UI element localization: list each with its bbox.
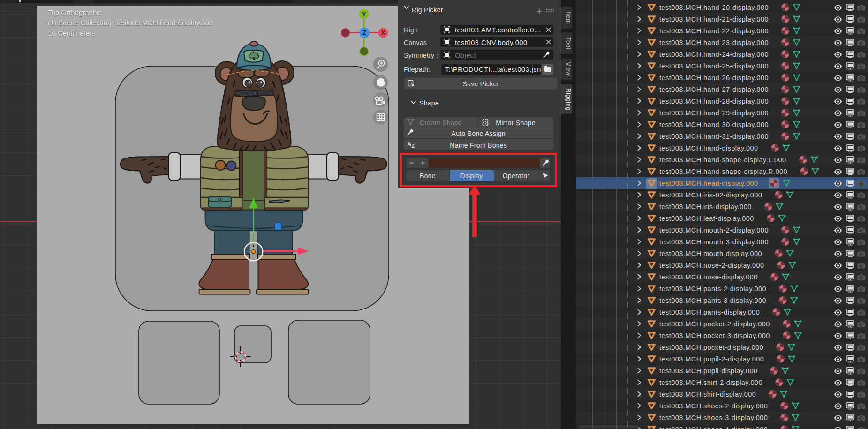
svg-text:Z: Z bbox=[363, 30, 366, 36]
svg-text:X: X bbox=[381, 30, 385, 36]
svg-text:Y: Y bbox=[362, 11, 366, 18]
